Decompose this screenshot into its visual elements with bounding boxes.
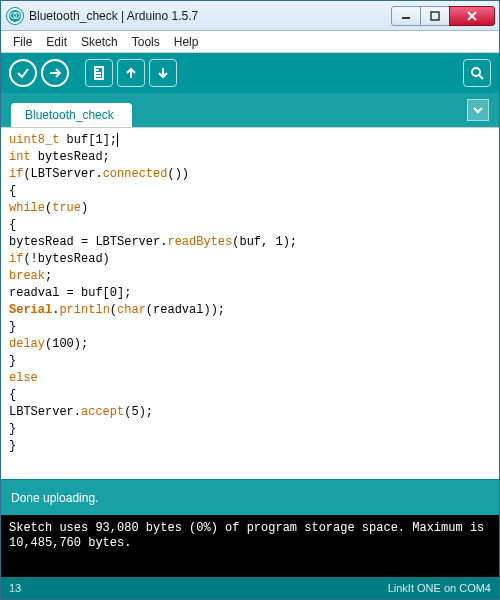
- check-icon: [15, 65, 31, 81]
- menu-file[interactable]: File: [7, 33, 38, 51]
- status-message: Done uploading.: [11, 491, 98, 505]
- open-button[interactable]: [117, 59, 145, 87]
- app-window: Bluetooth_check | Arduino 1.5.7 File Edi…: [0, 0, 500, 600]
- svg-line-9: [479, 75, 483, 79]
- tab-sketch[interactable]: Bluetooth_check: [11, 103, 132, 127]
- footer: 13 LinkIt ONE on COM4: [1, 577, 499, 599]
- arrow-down-icon: [155, 65, 171, 81]
- text-caret: [117, 133, 118, 147]
- menu-help[interactable]: Help: [168, 33, 205, 51]
- arrow-up-icon: [123, 65, 139, 81]
- tab-strip: Bluetooth_check: [1, 93, 499, 127]
- tab-menu-button[interactable]: [467, 99, 489, 121]
- new-button[interactable]: [85, 59, 113, 87]
- arduino-logo-icon: [7, 8, 23, 24]
- window-title: Bluetooth_check | Arduino 1.5.7: [29, 9, 386, 23]
- close-button[interactable]: [449, 6, 495, 26]
- window-controls: [392, 6, 495, 26]
- toolbar: [1, 53, 499, 93]
- code-content[interactable]: uint8_t buf[1]; int bytesRead; if(LBTSer…: [9, 132, 491, 455]
- arrow-right-icon: [47, 65, 63, 81]
- maximize-button[interactable]: [420, 6, 450, 26]
- console-line: Sketch uses 93,080 bytes (0%) of program…: [9, 521, 491, 536]
- minimize-icon: [401, 11, 411, 21]
- menubar: File Edit Sketch Tools Help: [1, 31, 499, 53]
- menu-edit[interactable]: Edit: [40, 33, 73, 51]
- maximize-icon: [430, 11, 440, 21]
- upload-button[interactable]: [41, 59, 69, 87]
- console-output[interactable]: Sketch uses 93,080 bytes (0%) of program…: [1, 515, 499, 577]
- code-editor[interactable]: uint8_t buf[1]; int bytesRead; if(LBTSer…: [1, 127, 499, 479]
- serial-monitor-button[interactable]: [463, 59, 491, 87]
- line-number: 13: [9, 582, 21, 594]
- verify-button[interactable]: [9, 59, 37, 87]
- close-icon: [467, 11, 477, 21]
- minimize-button[interactable]: [391, 6, 421, 26]
- save-button[interactable]: [149, 59, 177, 87]
- svg-point-8: [472, 68, 480, 76]
- menu-tools[interactable]: Tools: [126, 33, 166, 51]
- titlebar: Bluetooth_check | Arduino 1.5.7: [1, 1, 499, 31]
- file-icon: [91, 65, 107, 81]
- console-line: 10,485,760 bytes.: [9, 536, 491, 551]
- chevron-down-icon: [473, 105, 483, 115]
- board-port-label: LinkIt ONE on COM4: [388, 582, 491, 594]
- status-bar: Done uploading.: [1, 479, 499, 515]
- menu-sketch[interactable]: Sketch: [75, 33, 124, 51]
- svg-rect-1: [431, 12, 439, 20]
- serial-monitor-icon: [469, 65, 485, 81]
